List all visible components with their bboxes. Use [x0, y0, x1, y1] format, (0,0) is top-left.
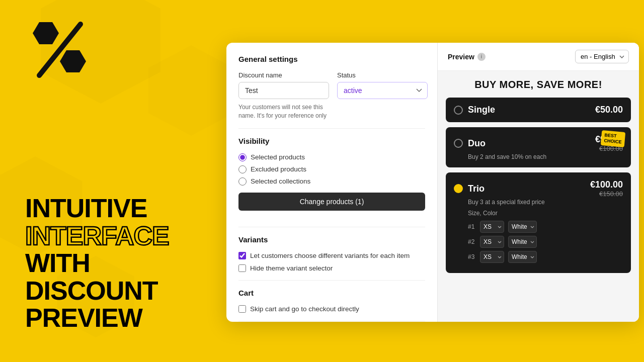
product-card-single-row: Single €50.00 [454, 105, 623, 115]
checkbox-hide-selector-input[interactable] [238, 264, 246, 272]
product-duo-name: Duo [468, 138, 486, 149]
divider-4 [238, 321, 425, 321]
product-trio-sub: Buy 3 at a special fixed price [454, 199, 623, 206]
variants-checkbox-group: Let customers choose different variants … [238, 252, 425, 272]
discount-name-group: Discount name [238, 71, 329, 99]
product-card-duo[interactable]: Duo €90.00 €100.00 Buy 2 and save 10% on… [446, 127, 631, 167]
product-single-radio[interactable] [454, 106, 463, 115]
variant-2-size-select[interactable]: XS S M L [480, 236, 504, 248]
radio-selected-collections[interactable]: Selected collections [238, 177, 425, 186]
checkbox-skip-cart-label: Skip cart and go to checkout directly [250, 305, 359, 313]
cart-title: Cart [238, 289, 425, 297]
divider-1 [238, 128, 425, 129]
status-label: Status [337, 71, 428, 79]
visibility-radio-group: Selected products Excluded products Sele… [238, 153, 425, 186]
variant-1-size-select[interactable]: XS S M L [480, 221, 504, 233]
variant-num-3: #3 [468, 253, 476, 260]
product-card-duo-row: Duo €90.00 €100.00 [454, 134, 623, 152]
product-card-single[interactable]: Single €50.00 [446, 98, 631, 122]
radio-selected-collections-label: Selected collections [251, 177, 310, 185]
variant-2-color-select[interactable]: White Black [508, 236, 537, 248]
product-duo-sub: Buy 2 and save 10% on each [454, 153, 623, 160]
radio-excluded-products-input[interactable] [238, 165, 247, 173]
variant-num-2: #2 [468, 238, 476, 245]
checkbox-hide-selector[interactable]: Hide theme variant selector [238, 264, 425, 272]
checkbox-different-variants-input[interactable] [238, 252, 246, 259]
product-duo-left: Duo [454, 138, 486, 149]
variants-title: Variants [238, 235, 425, 244]
product-card-trio-row: Trio €100.00 €150.00 [454, 179, 623, 198]
preview-header: Preview i en - English de - German fr - … [438, 43, 639, 71]
discount-name-label: Discount name [238, 71, 329, 79]
discount-name-input[interactable] [238, 82, 329, 99]
variant-row-3: #3 XS S M L White Black [468, 251, 623, 263]
divider-2 [238, 227, 425, 227]
preview-content: BUY MORE, SAVE MORE! Single €50.00 [438, 71, 639, 322]
settings-panel: General settings Discount name Status ac… [226, 43, 438, 322]
variant-attrs: Size, Color [468, 210, 623, 217]
product-duo-radio[interactable] [454, 139, 463, 148]
product-trio-name: Trio [468, 184, 485, 194]
variant-row-2: #2 XS S M L White Black [468, 236, 623, 248]
logo-area [25, 15, 96, 87]
product-trio-price: €100.00 [590, 179, 623, 190]
general-settings-title: General settings [238, 55, 425, 63]
variant-section: Size, Color #1 XS S M L White Black [454, 210, 623, 263]
svg-marker-4 [33, 22, 59, 44]
product-trio-radio[interactable] [454, 184, 463, 193]
preview-title-row: Preview i [448, 53, 486, 61]
svg-marker-3 [148, 45, 234, 136]
brand-line2: INTERFACE [25, 221, 169, 250]
checkbox-skip-cart-input[interactable] [238, 305, 246, 313]
variant-row-1: #1 XS S M L White Black [468, 221, 623, 233]
brand-line5: PREVIEW [25, 303, 142, 332]
status-select[interactable]: active inactive [337, 82, 428, 99]
checkbox-different-variants[interactable]: Let customers choose different variants … [238, 252, 425, 259]
variant-3-color-select[interactable]: White Black [508, 251, 537, 263]
product-single-name: Single [468, 105, 495, 115]
product-trio-old-price: €150.00 [590, 190, 623, 198]
status-group: Status active inactive [337, 71, 428, 99]
checkbox-different-variants-label: Let customers choose different variants … [250, 252, 410, 259]
discount-hint: Your customers will not see this name. I… [238, 103, 329, 120]
product-single-price: €50.00 [595, 105, 623, 115]
best-choice-badge: BESTCHOICE [601, 130, 625, 147]
product-single-left: Single [454, 105, 495, 115]
logo-icon [25, 15, 96, 85]
cart-checkbox-group: Skip cart and go to checkout directly [238, 305, 425, 313]
preview-title: Preview [448, 53, 474, 61]
variant-1-color-select[interactable]: White Black [508, 221, 537, 233]
radio-selected-products-label: Selected products [251, 153, 305, 161]
product-trio-left: Trio [454, 184, 485, 194]
preview-panel: Preview i en - English de - German fr - … [438, 43, 639, 322]
main-panel: General settings Discount name Status ac… [226, 43, 639, 322]
radio-excluded-products-label: Excluded products [251, 165, 306, 173]
divider-3 [238, 280, 425, 281]
radio-excluded-products[interactable]: Excluded products [238, 165, 425, 173]
checkbox-skip-cart[interactable]: Skip cart and go to checkout directly [238, 305, 425, 313]
variant-num-1: #1 [468, 223, 476, 230]
form-row-top: Discount name Status active inactive [238, 71, 425, 99]
info-icon[interactable]: i [477, 53, 486, 61]
radio-selected-products[interactable]: Selected products [238, 153, 425, 161]
product-trio-price-col: €100.00 €150.00 [590, 179, 623, 198]
brand-line4: DISCOUNT [25, 276, 158, 305]
checkbox-hide-selector-label: Hide theme variant selector [250, 264, 333, 272]
product-card-trio[interactable]: Trio €100.00 €150.00 Buy 3 at a special … [446, 172, 631, 273]
radio-selected-collections-input[interactable] [238, 177, 247, 186]
preview-heading: BUY MORE, SAVE MORE! [446, 79, 631, 90]
product-single-price-col: €50.00 [595, 105, 623, 115]
variant-3-size-select[interactable]: XS S M L [480, 251, 504, 263]
brand-line1: INTUITIVE [25, 194, 147, 223]
radio-selected-products-input[interactable] [238, 153, 247, 161]
brand-line3: WITH [25, 248, 90, 278]
language-select[interactable]: en - English de - German fr - French [575, 50, 629, 63]
visibility-title: Visibility [238, 137, 425, 145]
svg-marker-5 [60, 50, 86, 72]
change-products-button[interactable]: Change products (1) [238, 193, 425, 211]
